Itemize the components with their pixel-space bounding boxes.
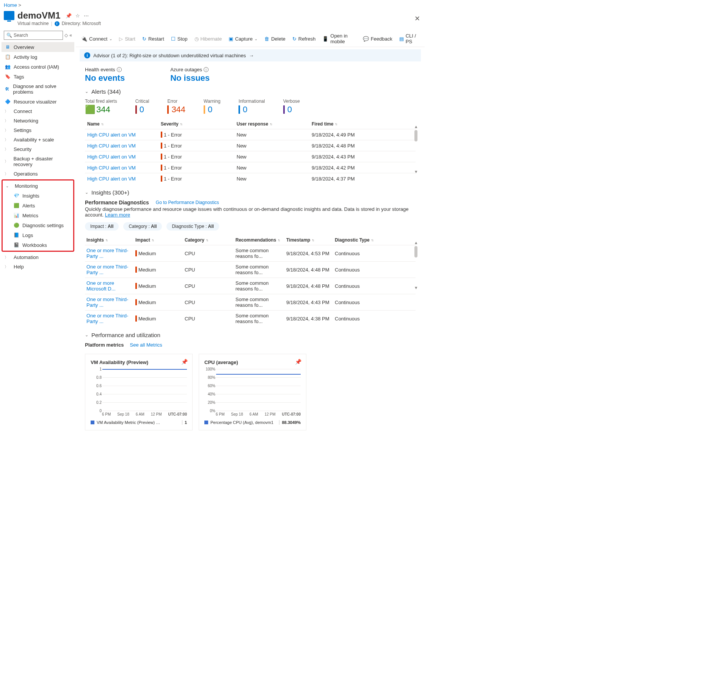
stat-error-value: 344 xyxy=(171,105,185,115)
col-response[interactable]: User response↑↓ xyxy=(237,121,312,127)
col-fired[interactable]: Fired time↑↓ xyxy=(312,121,416,127)
alert-link[interactable]: High CPU alert on VM xyxy=(85,132,161,138)
insight-link[interactable]: One or more Third-Party ... xyxy=(85,264,135,275)
sidebar-item-logs[interactable]: 📘Logs xyxy=(3,230,73,240)
learn-more-link[interactable]: Learn more xyxy=(105,212,130,218)
insight-link[interactable]: One or more Microsoft D... xyxy=(85,280,135,292)
insights-table: Insights↑↓ Impact↑↓ Category↑↓ Recommend… xyxy=(85,235,416,326)
col-dt[interactable]: Diagnostic Type↑↓ xyxy=(335,237,416,243)
toolbar: 🔌Connect⌄ ▷Start ↻Restart ☐Stop ◷Hiberna… xyxy=(76,31,425,47)
sidebar-item-metrics[interactable]: 📊Metrics xyxy=(3,210,73,220)
severity-bar xyxy=(161,143,162,149)
connect-button[interactable]: 🔌Connect⌄ xyxy=(81,36,112,42)
filter-category[interactable]: Category : All xyxy=(123,222,162,231)
open-mobile-button[interactable]: 📱Open in mobile xyxy=(322,33,356,44)
search-input[interactable]: 🔍 Search xyxy=(4,31,63,40)
insights-section-header[interactable]: ⌄Insights (300+) xyxy=(85,189,416,196)
stat-warning-value: 0 xyxy=(208,105,212,115)
insight-link[interactable]: One or more Third-Party ... xyxy=(85,248,135,259)
total-icon: 🟩 xyxy=(85,105,95,115)
advisor-banner[interactable]: i Advisor (1 of 2): Right-size or shutdo… xyxy=(80,49,421,61)
sidebar-item-tags[interactable]: 🔖Tags xyxy=(2,72,74,82)
sidebar-item-workbooks[interactable]: 📓Workbooks xyxy=(3,240,73,250)
severity-text: 1 - Error xyxy=(164,176,182,182)
star-icon[interactable]: ☆ xyxy=(75,13,80,19)
filter-impact[interactable]: Impact : All xyxy=(85,222,119,231)
sidebar-item-alerts[interactable]: 🟩Alerts xyxy=(3,201,73,210)
stop-button[interactable]: ☐Stop xyxy=(171,36,188,42)
sidebar-item-settings[interactable]: 〉Settings xyxy=(2,126,74,135)
refresh-button[interactable]: ↻Refresh xyxy=(292,36,316,42)
info-icon[interactable]: i xyxy=(117,67,122,72)
impact-text: Medium xyxy=(138,300,156,305)
collapse-icon[interactable]: « xyxy=(69,33,72,38)
sidebar-item-insights[interactable]: 💎Insights xyxy=(3,191,73,201)
feedback-button[interactable]: 💬Feedback xyxy=(363,36,392,42)
sidebar-item-iam[interactable]: 👥Access control (IAM) xyxy=(2,62,74,72)
chevron-down-icon: ⌄ xyxy=(6,184,12,188)
sidebar-item-connect[interactable]: 〉Connect xyxy=(2,107,74,116)
sidebar-item-networking[interactable]: 〉Networking xyxy=(2,116,74,126)
sidebar-item-backup[interactable]: 〉Backup + disaster recovery xyxy=(2,154,74,169)
capture-button[interactable]: ▣Capture⌄ xyxy=(229,36,257,42)
insight-link[interactable]: One or more Third-Party ... xyxy=(85,313,135,324)
sidebar-item-avail[interactable]: 〉Availability + scale xyxy=(2,135,74,144)
time-cell: 9/18/2024, 4:42 PM xyxy=(312,165,416,171)
sidebar-item-diagnose[interactable]: 🛠Diagnose and solve problems xyxy=(2,82,74,97)
chart-card: CPU (average) 📌 100%80%60%40%20%0% 6 PMS… xyxy=(199,354,306,430)
search-menu-icon[interactable]: ◇ xyxy=(64,33,68,38)
severity-bar xyxy=(161,176,162,182)
legend-swatch xyxy=(204,421,208,424)
alert-link[interactable]: High CPU alert on VM xyxy=(85,143,161,149)
col-name[interactable]: Name↑↓ xyxy=(85,121,161,127)
sidebar-item-automation[interactable]: 〉Automation xyxy=(2,253,74,262)
sidebar-item-overview[interactable]: 🖥Overview xyxy=(2,42,74,52)
alert-link[interactable]: High CPU alert on VM xyxy=(85,154,161,160)
pin-icon[interactable]: 📌 xyxy=(295,359,301,365)
outages-value[interactable]: No issues xyxy=(170,73,210,83)
scrollbar[interactable]: ▴▾ xyxy=(413,124,419,174)
sidebar-item-help[interactable]: 〉Help xyxy=(2,262,74,272)
alerts-section-header[interactable]: ⌄Alerts (344) xyxy=(85,88,416,95)
col-insights[interactable]: Insights↑↓ xyxy=(85,237,135,243)
pin-icon[interactable]: 📌 xyxy=(66,13,72,19)
sidebar-item-activity[interactable]: 📋Activity log xyxy=(2,52,74,62)
col-impact[interactable]: Impact↑↓ xyxy=(135,237,185,243)
stat-total-value: 344 xyxy=(96,105,110,115)
health-events-value[interactable]: No events xyxy=(85,73,125,83)
stat-verbose-value: 0 xyxy=(287,105,292,115)
alert-link[interactable]: High CPU alert on VM xyxy=(85,165,161,171)
scrollbar[interactable]: ▴▾ xyxy=(413,240,419,290)
sidebar-item-resviz[interactable]: 🔷Resource visualizer xyxy=(2,97,74,107)
chevron-down-icon: ⌄ xyxy=(109,37,112,41)
col-rec[interactable]: Recommendations↑↓ xyxy=(235,237,286,243)
see-all-metrics-link[interactable]: See all Metrics xyxy=(130,342,162,348)
perfutil-header[interactable]: ⌄Performance and utilization xyxy=(85,332,416,338)
ts-cell: 9/18/2024, 4:38 PM xyxy=(286,316,335,322)
response-cell: New xyxy=(237,165,312,171)
delete-button[interactable]: 🗑Delete xyxy=(264,36,286,42)
col-ts[interactable]: Timestamp↑↓ xyxy=(286,237,335,243)
col-category[interactable]: Category↑↓ xyxy=(185,237,235,243)
sidebar-item-operations[interactable]: 〉Operations xyxy=(2,169,74,179)
table-row: One or more Third-Party ... Medium CPU S… xyxy=(85,310,416,326)
breadcrumb-home[interactable]: Home xyxy=(4,2,17,8)
restart-button[interactable]: ↻Restart xyxy=(142,36,164,42)
more-icon[interactable]: ⋯ xyxy=(84,13,89,19)
insight-link[interactable]: One or more Third-Party ... xyxy=(85,297,135,308)
alert-link[interactable]: High CPU alert on VM xyxy=(85,176,161,182)
chart-legend: VM Availability Metric (Preview) (Min), … xyxy=(91,420,187,425)
cli-button[interactable]: ▤CLI / PS xyxy=(399,33,419,44)
start-button[interactable]: ▷Start xyxy=(119,36,135,42)
sidebar-item-security[interactable]: 〉Security xyxy=(2,144,74,154)
chevron-right-icon: 〉 xyxy=(5,255,11,260)
goto-perf-link[interactable]: Go to Performance Diagnostics xyxy=(156,200,219,205)
filter-dtype[interactable]: Diagnostic Type : All xyxy=(166,222,219,231)
pin-icon[interactable]: 📌 xyxy=(181,359,188,365)
info-icon[interactable]: i xyxy=(204,67,209,72)
close-icon[interactable]: ✕ xyxy=(414,14,420,23)
sidebar-item-monitoring[interactable]: ⌄Monitoring xyxy=(3,181,73,191)
sidebar-item-diagset[interactable]: 🟢Diagnostic settings xyxy=(3,220,73,230)
col-severity[interactable]: Severity↑↓ xyxy=(161,121,237,127)
hibernate-button[interactable]: ◷Hibernate xyxy=(195,36,222,42)
